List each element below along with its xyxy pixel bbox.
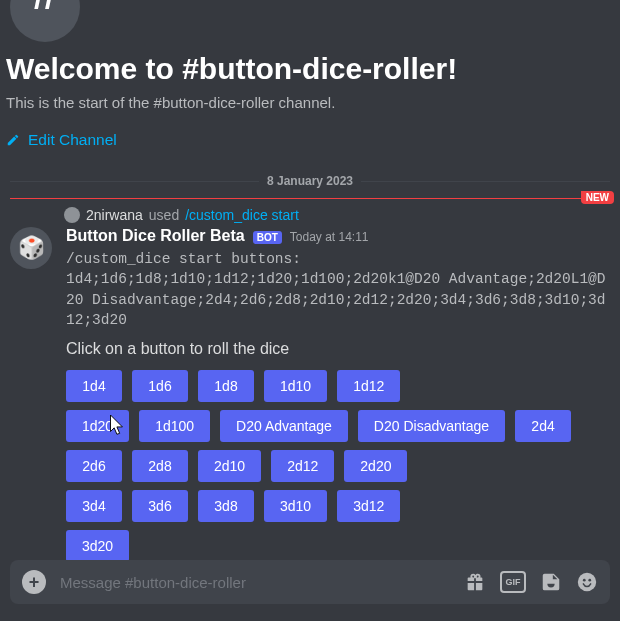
new-divider: NEW [10,198,610,199]
svg-point-1 [583,579,586,582]
dice-btn-2d20[interactable]: 2d20 [344,450,407,482]
new-badge: NEW [581,191,614,204]
composer-input[interactable]: Message #button-dice-roller [60,574,450,591]
dice-btn-1d4[interactable]: 1d4 [66,370,122,402]
svg-point-2 [588,579,591,582]
dice-btn-1d100[interactable]: 1d100 [139,410,210,442]
code-line-1: /custom_dice start buttons: [66,249,610,269]
pencil-icon [6,133,20,147]
dice-btn-d20-disadvantage[interactable]: D20 Disadvantage [358,410,505,442]
edit-channel-link[interactable]: Edit Channel [6,131,117,149]
interaction-command[interactable]: /custom_dice start [185,207,299,223]
code-line-2: 1d4;1d6;1d8;1d10;1d12;1d20;1d100;2d20k1@… [66,269,610,330]
bot-avatar[interactable]: 🎲 [10,227,52,269]
welcome-title: Welcome to #button-dice-roller! [6,52,612,86]
emoji-icon[interactable] [576,571,598,593]
dice-btn-1d10[interactable]: 1d10 [264,370,327,402]
instruction-text: Click on a button to roll the dice [66,340,610,358]
welcome-subtitle: This is the start of the #button-dice-ro… [6,94,612,111]
message-composer[interactable]: + Message #button-dice-roller GIF [10,560,610,604]
author-name[interactable]: Button Dice Roller Beta [66,227,245,245]
dice-btn-3d8[interactable]: 3d8 [198,490,254,522]
dice-btn-1d6[interactable]: 1d6 [132,370,188,402]
dice-btn-2d6[interactable]: 2d6 [66,450,122,482]
gif-button[interactable]: GIF [500,571,526,593]
add-attachment-button[interactable]: + [22,570,46,594]
edit-channel-label: Edit Channel [28,131,117,149]
user-mini-avatar [64,207,80,223]
interaction-verb: used [149,207,179,223]
dice-btn-2d8[interactable]: 2d8 [132,450,188,482]
date-divider: 8 January 2023 [10,174,610,188]
dice-btn-3d10[interactable]: 3d10 [264,490,327,522]
dice-btn-2d4[interactable]: 2d4 [515,410,571,442]
dice-btn-3d6[interactable]: 3d6 [132,490,188,522]
message-timestamp: Today at 14:11 [290,230,369,244]
sticker-icon[interactable] [540,571,562,593]
dice-btn-3d12[interactable]: 3d12 [337,490,400,522]
channel-hash-icon: # [10,0,80,42]
dice-btn-d20-advantage[interactable]: D20 Advantage [220,410,348,442]
dice-btn-3d20[interactable]: 3d20 [66,530,129,562]
dice-btn-1d12[interactable]: 1d12 [337,370,400,402]
dice-btn-1d8[interactable]: 1d8 [198,370,254,402]
gift-icon[interactable] [464,571,486,593]
dice-btn-2d12[interactable]: 2d12 [271,450,334,482]
bot-tag: BOT [253,231,282,244]
interaction-user[interactable]: 2nirwana [86,207,143,223]
command-interaction-row: 2nirwana used /custom_dice start [64,207,610,223]
dice-btn-3d4[interactable]: 3d4 [66,490,122,522]
dice-btn-1d20[interactable]: 1d20 [66,410,129,442]
dice-btn-2d10[interactable]: 2d10 [198,450,261,482]
dice-button-grid: 1d41d61d81d101d12 1d201d100D20 Advantage… [66,370,610,562]
svg-point-0 [578,573,596,591]
